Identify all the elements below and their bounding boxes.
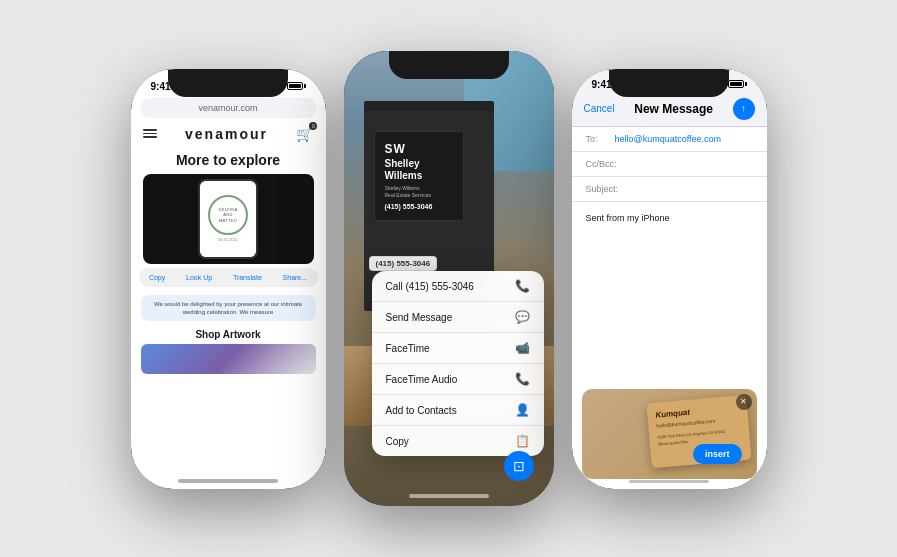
to-label: To: (586, 134, 611, 144)
phone2-notch (389, 51, 509, 79)
copy-icon: 📋 (515, 434, 530, 448)
translate-btn[interactable]: Translate (233, 274, 262, 281)
popup-item-call[interactable]: Call (415) 555-3046 📞 (372, 271, 544, 302)
to-field[interactable]: To: hello@kumquatcoffee.com (572, 127, 767, 152)
wreath-text: DELFINAANDMATTEO (219, 207, 238, 223)
facetime-audio-label: FaceTime Audio (386, 374, 458, 385)
copy-btn[interactable]: Copy (149, 274, 165, 281)
wreath-image: DELFINAANDMATTEO 09.21.2021 (200, 181, 256, 257)
phone3-home-indicator (629, 480, 709, 483)
live-text-button[interactable]: ⊡ (504, 451, 534, 481)
battery-icon (287, 82, 306, 90)
wreath-circle: DELFINAANDMATTEO (208, 195, 248, 235)
close-button[interactable]: ✕ (736, 394, 752, 410)
phone-1: 9:41 ▲ venamour.com (131, 69, 326, 489)
phone2-screen: SW ShelleyWillems Shelley WillemsReal Es… (344, 51, 554, 506)
hamburger-icon[interactable] (143, 129, 157, 138)
cc-label: Cc/Bcc: (586, 159, 617, 169)
mail-body[interactable]: Sent from my iPhone (572, 202, 767, 389)
send-button[interactable]: ↑ (733, 98, 755, 120)
facetime-label: FaceTime (386, 343, 430, 354)
shop-artwork-button[interactable]: Shop Artwork (131, 325, 326, 344)
invite-text-area: We would be delighted by your presence a… (141, 295, 316, 322)
lookup-btn[interactable]: Look Up (186, 274, 212, 281)
phone-number-highlight[interactable]: (415) 555-3046 (369, 256, 438, 271)
to-value: hello@kumquatcoffee.com (615, 134, 722, 144)
call-label: Call (415) 555-3046 (386, 281, 474, 292)
popup-item-facetime-audio[interactable]: FaceTime Audio 📞 (372, 364, 544, 395)
popup-item-add-contacts[interactable]: Add to Contacts 👤 (372, 395, 544, 426)
inner-phone-mock: DELFINAANDMATTEO 09.21.2021 (198, 179, 258, 259)
cart-badge: 0 (309, 122, 317, 130)
sign-subtitle: Shelley WillemsReal Estate Services (385, 185, 453, 198)
mail-nav-bar: Cancel New Message ↑ (572, 92, 767, 127)
add-contact-icon: 👤 (515, 403, 530, 417)
call-icon: 📞 (515, 279, 530, 293)
phone1-screen: 9:41 ▲ venamour.com (131, 69, 326, 489)
phone1-content: More to explore DELFINAANDMATTEO 09.21.2… (131, 146, 326, 489)
phone1-bottom-image (141, 344, 316, 374)
url-text: venamour.com (198, 103, 257, 113)
copy-label: Copy (386, 436, 409, 447)
phone1-url-bar[interactable]: venamour.com (141, 98, 316, 118)
sign-name: ShelleyWillems (385, 158, 453, 182)
battery-icon-3 (728, 80, 747, 88)
phone1-notch (168, 69, 288, 97)
popup-item-facetime[interactable]: FaceTime 📹 (372, 333, 544, 364)
insert-button[interactable]: insert (693, 444, 742, 464)
cc-field[interactable]: Cc/Bcc: (572, 152, 767, 177)
date-text: 09.21.2021 (218, 237, 238, 242)
facetime-video-icon: 📹 (515, 341, 530, 355)
sign-phone: (415) 555-3046 (385, 203, 453, 210)
cancel-button[interactable]: Cancel (584, 103, 615, 114)
phone1-home-indicator (178, 479, 278, 483)
context-menu-strip: Copy Look Up Translate Share... (139, 268, 318, 287)
site-logo: venamour (185, 126, 268, 142)
phone-3: 9:41 ▲ Cancel New M (572, 69, 767, 489)
context-popup: Call (415) 555-3046 📞 Send Message 💬 Fac… (372, 271, 544, 456)
subject-label: Subject: (586, 184, 619, 194)
share-btn[interactable]: Share... (283, 274, 308, 281)
message-label: Send Message (386, 312, 453, 323)
phone-mockup-container: DELFINAANDMATTEO 09.21.2021 (143, 174, 314, 264)
new-message-title: New Message (634, 102, 713, 116)
explore-title: More to explore (131, 146, 326, 174)
message-icon: 💬 (515, 310, 530, 324)
add-contacts-label: Add to Contacts (386, 405, 457, 416)
facetime-audio-icon: 📞 (515, 372, 530, 386)
subject-field[interactable]: Subject: (572, 177, 767, 202)
photo-background: SW ShelleyWillems Shelley WillemsReal Es… (344, 51, 554, 506)
sign-board: SW ShelleyWillems Shelley WillemsReal Es… (374, 131, 464, 221)
phone3-notch (609, 69, 729, 97)
sign-initials: SW (385, 142, 453, 156)
mail-compose-area: To: hello@kumquatcoffee.com Cc/Bcc: Subj… (572, 127, 767, 489)
popup-item-message[interactable]: Send Message 💬 (372, 302, 544, 333)
cart-icon[interactable]: 🛒 0 (296, 126, 313, 142)
mail-body-text: Sent from my iPhone (586, 212, 753, 226)
phone2-home-indicator (409, 494, 489, 498)
phone-2: SW ShelleyWillems Shelley WillemsReal Es… (344, 51, 554, 506)
invite-text: We would be delighted by your presence a… (154, 301, 302, 315)
phone3-screen: 9:41 ▲ Cancel New M (572, 69, 767, 489)
phone1-toolbar: venamour 🛒 0 (131, 122, 326, 146)
business-card-area: Kumquat hello@kumquatcoffee.com 4936 Yor… (582, 389, 757, 479)
